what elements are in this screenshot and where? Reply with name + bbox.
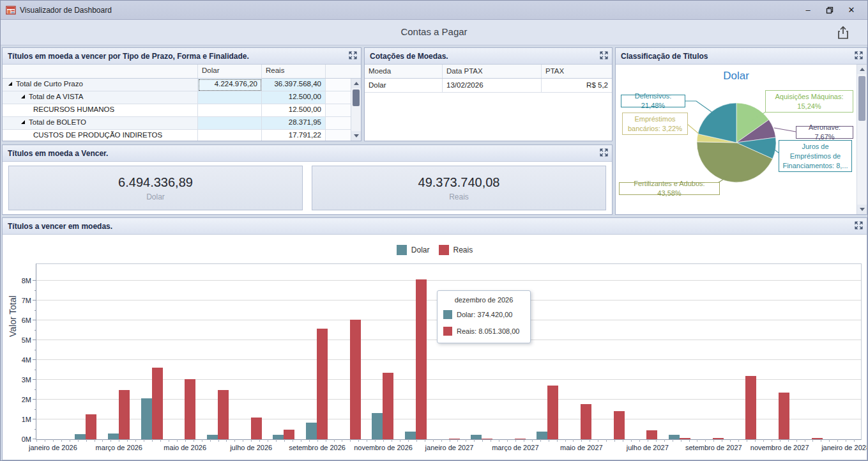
legend-item-dolar[interactable]: Dolar bbox=[397, 245, 430, 255]
x-tick bbox=[540, 439, 541, 442]
scroll-down-button[interactable] bbox=[857, 205, 867, 214]
bar-reais-5[interactable] bbox=[185, 379, 195, 439]
bar-reais-22[interactable] bbox=[745, 376, 756, 439]
table-row[interactable]: CUSTOS DE PRODUÇÃO INDIRETOS17.791,22 bbox=[3, 130, 361, 141]
x-tick-label: janeiro de 2027 bbox=[425, 444, 474, 451]
column-header-blank[interactable] bbox=[3, 65, 198, 78]
expanded-node-icon[interactable] bbox=[20, 120, 26, 125]
x-tick bbox=[95, 439, 95, 442]
bar-reais-16[interactable] bbox=[547, 386, 558, 439]
expanded-node-icon[interactable] bbox=[8, 81, 13, 86]
tree-table-rows: Total de Curto Prazo4.224.976,2036.397.5… bbox=[3, 79, 361, 141]
bar-reais-8[interactable] bbox=[284, 430, 294, 440]
kpi-card-reais[interactable]: 49.373.740,08 Reais bbox=[312, 166, 606, 210]
cell-dolar[interactable] bbox=[198, 117, 262, 130]
x-tick bbox=[788, 439, 789, 442]
bar-reais-19[interactable] bbox=[646, 430, 657, 439]
quotes-column-headers[interactable]: Moeda Data PTAX PTAX bbox=[365, 65, 612, 79]
column-header-ptax[interactable]: PTAX bbox=[542, 65, 612, 78]
row-label[interactable]: Total de Curto Prazo bbox=[3, 79, 198, 91]
cell-dolar[interactable] bbox=[198, 104, 262, 117]
maximize-panel-button[interactable] bbox=[855, 51, 863, 62]
bar-dolar-14[interactable] bbox=[471, 435, 482, 439]
cell-dolar[interactable] bbox=[198, 91, 262, 104]
maximize-panel-button[interactable] bbox=[600, 51, 608, 62]
cell-reais[interactable]: 36.397.568,40 bbox=[262, 79, 326, 91]
x-tick bbox=[606, 439, 607, 442]
table-row[interactable]: Total de Curto Prazo4.224.976,2036.397.5… bbox=[3, 79, 361, 91]
kpi-value: 49.373.740,08 bbox=[418, 175, 500, 190]
bar-dolar-20[interactable] bbox=[669, 435, 680, 439]
x-tick bbox=[689, 439, 690, 442]
bar-dolar-4[interactable] bbox=[141, 398, 152, 439]
maximize-panel-button[interactable] bbox=[349, 51, 357, 62]
bar-reais-7[interactable] bbox=[251, 418, 262, 439]
month-slot bbox=[795, 264, 828, 439]
table-row[interactable]: RECURSOS HUMANOS12.500,00 bbox=[3, 104, 361, 117]
tree-table-scrollbar[interactable] bbox=[351, 79, 361, 141]
x-tick bbox=[383, 439, 384, 442]
row-label[interactable]: CUSTOS DE PRODUÇÃO INDIRETOS bbox=[3, 130, 198, 141]
kpi-value: 6.494.336,89 bbox=[118, 175, 193, 190]
cell-reais[interactable]: 17.791,22 bbox=[262, 130, 326, 141]
table-row[interactable]: Total de A VISTA12.500,00 bbox=[3, 91, 361, 104]
cell-data-ptax[interactable]: 13/02/2026 bbox=[443, 79, 542, 92]
cell-moeda[interactable]: Dolar bbox=[365, 79, 443, 92]
dashboard-header: Contas a Pagar bbox=[1, 20, 867, 45]
bar-reais-23[interactable] bbox=[779, 393, 789, 439]
bar-reais-11[interactable] bbox=[383, 373, 393, 439]
bar-reais-3[interactable] bbox=[119, 390, 130, 439]
bar-dolar-11[interactable] bbox=[372, 413, 383, 439]
bar-reais-6[interactable] bbox=[218, 390, 229, 439]
scrollbar-thumb[interactable] bbox=[858, 76, 865, 121]
bar-reais-9[interactable] bbox=[317, 329, 328, 439]
table-row[interactable]: Total de BOLETO28.371,95 bbox=[3, 117, 361, 130]
row-label[interactable]: Total de BOLETO bbox=[3, 117, 198, 130]
expanded-node-icon[interactable] bbox=[20, 94, 26, 99]
x-tick bbox=[127, 439, 128, 442]
bar-dolar-9[interactable] bbox=[306, 423, 317, 439]
cell-dolar[interactable] bbox=[198, 130, 262, 141]
maximize-panel-button[interactable] bbox=[600, 148, 608, 159]
kpi-card-dolar[interactable]: 6.494.336,89 Dolar bbox=[8, 166, 303, 210]
tree-table-column-headers[interactable]: Dolar Reais bbox=[3, 65, 361, 79]
column-header-reais[interactable]: Reais bbox=[262, 65, 326, 78]
export-button[interactable] bbox=[835, 25, 851, 40]
close-button[interactable]: ✕ bbox=[841, 3, 862, 17]
legend-item-reais[interactable]: Reais bbox=[439, 245, 473, 255]
bar-dolar-16[interactable] bbox=[537, 432, 547, 439]
app-icon bbox=[6, 5, 16, 15]
bar-reais-10[interactable] bbox=[350, 320, 361, 439]
scroll-up-button[interactable] bbox=[351, 79, 361, 88]
y-tick-label: 3M bbox=[22, 376, 31, 384]
bar-reais-17[interactable] bbox=[581, 404, 591, 439]
scroll-down-button[interactable] bbox=[351, 131, 361, 141]
cell-reais[interactable]: 12.500,00 bbox=[262, 91, 326, 104]
cell-dolar[interactable]: 4.224.976,20 bbox=[198, 79, 262, 91]
maximize-panel-button[interactable] bbox=[855, 221, 863, 232]
bar-dolar-2[interactable] bbox=[75, 434, 86, 439]
bar-dolar-12[interactable] bbox=[405, 432, 416, 439]
bar-reais-4[interactable] bbox=[152, 368, 163, 439]
restore-button[interactable] bbox=[819, 3, 841, 17]
table-row[interactable]: Dolar 13/02/2026 R$ 5,2 bbox=[365, 79, 612, 93]
scrollbar-thumb[interactable] bbox=[353, 90, 360, 106]
bar-dolar-3[interactable] bbox=[108, 434, 119, 439]
minimize-button[interactable]: – bbox=[797, 3, 819, 17]
column-header-dolar[interactable]: Dolar bbox=[198, 65, 262, 78]
cell-reais[interactable]: 28.371,95 bbox=[262, 117, 326, 130]
cell-ptax[interactable]: R$ 5,2 bbox=[542, 79, 612, 92]
bar-reais-18[interactable] bbox=[614, 411, 625, 439]
cell-reais[interactable]: 12.500,00 bbox=[262, 104, 326, 117]
bar-dolar-6[interactable] bbox=[207, 435, 218, 439]
column-header-moeda[interactable]: Moeda bbox=[365, 65, 443, 78]
scroll-up-button[interactable] bbox=[857, 65, 867, 74]
bar-reais-2[interactable] bbox=[86, 414, 96, 439]
y-tick-label: 4M bbox=[22, 356, 31, 364]
bar-dolar-8[interactable] bbox=[273, 435, 284, 439]
column-header-data-ptax[interactable]: Data PTAX bbox=[443, 65, 542, 78]
row-label[interactable]: RECURSOS HUMANOS bbox=[3, 104, 198, 117]
bar-reais-12[interactable] bbox=[416, 279, 427, 439]
pie-panel-scrollbar[interactable] bbox=[857, 65, 867, 214]
row-label[interactable]: Total de A VISTA bbox=[3, 91, 198, 104]
